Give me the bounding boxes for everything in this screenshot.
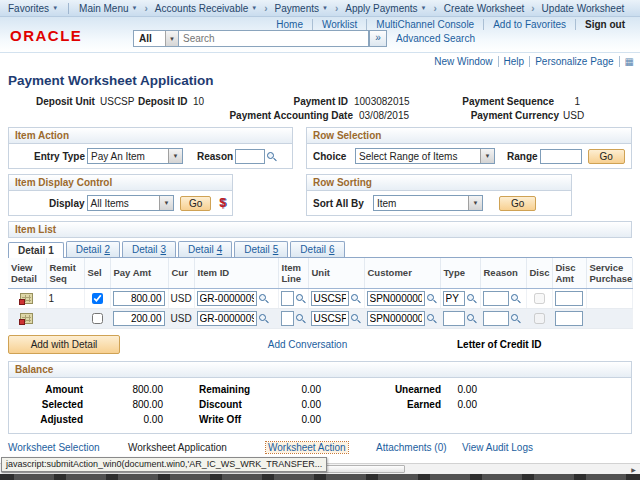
- remaining-value: 0.00: [277, 384, 321, 395]
- sort-value: Item: [374, 198, 468, 209]
- pay-amt-input[interactable]: [113, 291, 165, 306]
- display-select[interactable]: All Items ▼: [87, 195, 174, 211]
- lookup-icon[interactable]: [427, 313, 437, 324]
- worklist-link[interactable]: Worklist: [312, 19, 366, 30]
- col-customer: Customer: [364, 258, 440, 288]
- sort-select[interactable]: Item ▼: [373, 195, 483, 211]
- range-input[interactable]: [540, 149, 582, 164]
- choice-value: Select Range of Items: [356, 151, 480, 162]
- deposit-unit-label: Deposit Unit: [36, 96, 98, 107]
- scroll-right-arrow-icon[interactable]: ▶: [628, 465, 639, 473]
- type-input[interactable]: [443, 311, 465, 326]
- breadcrumb-separator: ›: [531, 3, 534, 14]
- unit-input[interactable]: [311, 291, 349, 306]
- reason-input[interactable]: [483, 291, 509, 306]
- select-checkbox[interactable]: [92, 313, 103, 324]
- pay-amt-input[interactable]: [113, 311, 165, 326]
- tab-detail-2[interactable]: Detail2: [66, 241, 120, 257]
- sign-out-link[interactable]: Sign out: [575, 19, 634, 30]
- tab-number: 2: [104, 244, 110, 255]
- add-to-favorites-link[interactable]: Add to Favorites: [483, 19, 575, 30]
- range-go-button[interactable]: Go: [588, 149, 625, 164]
- breadcrumb-payments[interactable]: Payments ▼: [275, 3, 328, 14]
- lookup-icon[interactable]: [296, 313, 306, 324]
- chevron-down-icon: ▼: [421, 5, 427, 11]
- personalize-layout-icon[interactable]: ▦: [619, 56, 634, 67]
- tab-detail-5[interactable]: Detail5: [234, 241, 288, 257]
- disc-amt-input[interactable]: [555, 291, 583, 306]
- breadcrumb-apply-payments[interactable]: Apply Payments ▼: [345, 3, 426, 14]
- worksheet-selection-link[interactable]: Worksheet Selection: [8, 442, 128, 453]
- entry-type-label: Entry Type: [15, 151, 85, 162]
- search-scope-select[interactable]: All ▼: [133, 30, 179, 47]
- reason-input[interactable]: [483, 311, 509, 326]
- item-line-input[interactable]: [281, 311, 294, 326]
- tab-detail-1[interactable]: Detail1: [8, 242, 64, 258]
- view-detail-icon[interactable]: [20, 313, 33, 324]
- col-view-detail: View Detail: [8, 258, 46, 288]
- sort-go-button[interactable]: Go: [499, 196, 536, 211]
- service-purchase-cell: [586, 288, 632, 308]
- item-line-input[interactable]: [281, 291, 294, 306]
- col-item-id: Item ID: [194, 258, 278, 288]
- tab-detail-6[interactable]: Detail6: [290, 241, 344, 257]
- worksheet-action-link[interactable]: Worksheet Action: [266, 442, 348, 453]
- item-id-input[interactable]: [197, 311, 257, 326]
- col-type: Type: [440, 258, 480, 288]
- service-purchase-cell: [586, 308, 632, 328]
- lookup-icon[interactable]: [427, 293, 437, 304]
- breadcrumb-main-menu[interactable]: Main Menu ▼: [79, 3, 137, 14]
- breadcrumb-favorites[interactable]: Favorites ▼: [8, 3, 58, 14]
- breadcrumb-accounts-receivable[interactable]: Accounts Receivable ▼: [155, 3, 257, 14]
- attachments-link[interactable]: Attachments (0): [376, 442, 462, 453]
- new-window-link[interactable]: New Window: [429, 56, 497, 67]
- currency-detail-icon[interactable]: $: [219, 196, 226, 210]
- item-id-input[interactable]: [197, 291, 257, 306]
- lookup-icon[interactable]: [296, 293, 306, 304]
- breadcrumb-update-worksheet[interactable]: Update Worksheet: [542, 3, 625, 14]
- breadcrumb-separator: ›: [434, 3, 437, 14]
- balance-groupbox: Balance Amount 800.00 Remaining 0.00 Une…: [8, 361, 632, 434]
- add-conversation-link[interactable]: Add Conversation: [268, 339, 348, 350]
- search-submit-button[interactable]: »: [369, 30, 387, 47]
- lookup-icon[interactable]: [467, 313, 477, 324]
- advanced-search-link[interactable]: Advanced Search: [396, 33, 475, 44]
- choice-select[interactable]: Select Range of Items ▼: [355, 148, 495, 164]
- tab-detail-3[interactable]: Detail3: [122, 241, 176, 257]
- deposit-id-label: Deposit ID: [138, 96, 193, 107]
- customer-input[interactable]: [367, 291, 425, 306]
- entry-type-select[interactable]: Pay An Item ▼: [87, 148, 183, 164]
- home-link[interactable]: Home: [267, 19, 312, 30]
- lookup-icon[interactable]: [511, 293, 521, 304]
- item-list-title: Item List: [8, 221, 632, 238]
- add-with-detail-button[interactable]: Add with Detail: [8, 335, 120, 354]
- breadcrumb-create-worksheet[interactable]: Create Worksheet: [444, 3, 524, 14]
- tab-detail-4[interactable]: Detail4: [178, 241, 232, 257]
- lookup-icon[interactable]: [259, 313, 269, 324]
- col-reason: Reason: [480, 258, 526, 288]
- disc-amt-input[interactable]: [555, 311, 583, 326]
- customer-input[interactable]: [367, 311, 425, 326]
- personalize-page-link[interactable]: Personalize Page: [529, 56, 618, 67]
- earned-value: 0.00: [441, 399, 477, 410]
- help-link[interactable]: Help: [498, 56, 530, 67]
- breadcrumb-separator: ›: [145, 3, 148, 14]
- lookup-icon[interactable]: [467, 293, 477, 304]
- view-audit-logs-link[interactable]: View Audit Logs: [462, 442, 632, 453]
- select-checkbox[interactable]: [92, 293, 103, 304]
- unit-input[interactable]: [311, 311, 349, 326]
- lookup-icon[interactable]: [351, 313, 361, 324]
- type-input[interactable]: [443, 291, 465, 306]
- lookup-icon[interactable]: [267, 151, 277, 162]
- reason-input[interactable]: [235, 149, 265, 164]
- worksheet-application-current: Worksheet Application: [128, 442, 266, 453]
- lookup-icon[interactable]: [259, 293, 269, 304]
- search-input[interactable]: [179, 30, 369, 47]
- view-detail-icon[interactable]: [20, 293, 33, 304]
- remit-seq-value: 1: [46, 288, 84, 308]
- multichannel-console-link[interactable]: MultiChannel Console: [366, 19, 483, 30]
- item-action-groupbox: Item Action Entry Type Pay An Item ▼ Rea…: [8, 127, 293, 169]
- lookup-icon[interactable]: [351, 293, 361, 304]
- display-go-button[interactable]: Go: [180, 196, 211, 211]
- lookup-icon[interactable]: [511, 313, 521, 324]
